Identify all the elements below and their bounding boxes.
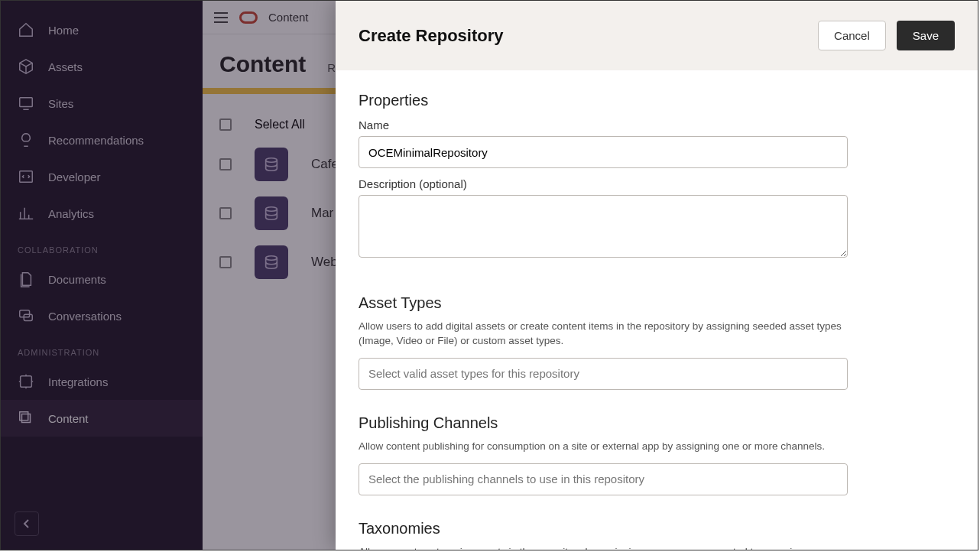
asset-types-heading: Asset Types	[359, 294, 955, 312]
asset-types-help: Allow users to add digital assets or cre…	[359, 320, 848, 349]
asset-types-placeholder: Select valid asset types for this reposi…	[368, 367, 579, 380]
description-label: Description (optional)	[359, 177, 955, 190]
taxonomies-help: Allow users to categorize assets in the …	[359, 545, 848, 550]
panel-header: Create Repository Cancel Save	[336, 1, 978, 70]
create-repository-panel: Create Repository Cancel Save Properties…	[336, 1, 978, 550]
channels-placeholder: Select the publishing channels to use in…	[368, 472, 644, 485]
panel-body[interactable]: Properties Name Description (optional) A…	[336, 70, 978, 550]
panel-actions: Cancel Save	[818, 21, 955, 50]
channels-help: Allow content publishing for consumption…	[359, 440, 848, 454]
channels-select[interactable]: Select the publishing channels to use in…	[359, 463, 848, 495]
properties-heading: Properties	[359, 92, 955, 109]
asset-types-select[interactable]: Select valid asset types for this reposi…	[359, 358, 848, 390]
channels-heading: Publishing Channels	[359, 414, 955, 432]
save-button[interactable]: Save	[897, 21, 955, 50]
taxonomies-heading: Taxonomies	[359, 520, 955, 537]
cancel-button[interactable]: Cancel	[818, 21, 886, 50]
panel-title: Create Repository	[359, 26, 504, 46]
name-input[interactable]	[359, 136, 848, 168]
name-label: Name	[359, 119, 955, 132]
description-input[interactable]	[359, 195, 848, 258]
